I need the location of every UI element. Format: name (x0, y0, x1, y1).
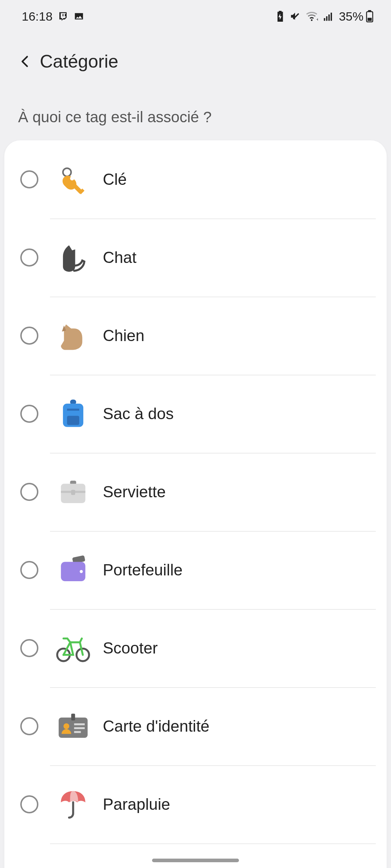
category-row-bicycle[interactable]: Scooter (4, 609, 387, 687)
briefcase-icon (51, 470, 95, 514)
radio-unselected[interactable] (20, 327, 38, 345)
svg-rect-32 (74, 731, 81, 733)
svg-rect-4 (328, 14, 330, 21)
chevron-left-icon (18, 54, 33, 69)
umbrella-icon (51, 783, 95, 826)
category-row-idcard[interactable]: Carte d'identité (4, 687, 387, 765)
svg-rect-3 (326, 16, 328, 21)
signal-icon (323, 11, 334, 22)
category-label: Chat (103, 248, 136, 267)
status-bar: 16:18 + 35% (0, 0, 391, 33)
svg-rect-28 (71, 714, 75, 720)
svg-point-0 (311, 19, 313, 21)
svg-point-11 (70, 176, 74, 180)
battery-saver-icon (276, 11, 285, 22)
category-label: Chien (103, 327, 144, 345)
category-row-backpack[interactable]: Sac à dos (4, 375, 387, 453)
status-time: 16:18 (22, 9, 52, 24)
status-right: + 35% (276, 9, 374, 24)
siren-icon (51, 861, 95, 868)
dog-icon (51, 314, 95, 357)
battery-indicator: 35% (339, 9, 374, 24)
page-title: Catégorie (40, 51, 118, 72)
id-card-icon (51, 705, 95, 748)
wallet-icon (51, 548, 95, 592)
radio-unselected[interactable] (20, 170, 38, 188)
category-row-wallet[interactable]: Portefeuille (4, 531, 387, 609)
twitch-icon (58, 11, 68, 22)
category-label: Serviette (103, 483, 166, 501)
svg-text:+: + (316, 17, 318, 22)
photo-icon (73, 11, 84, 22)
svg-rect-21 (71, 490, 75, 495)
category-label: Carte d'identité (103, 717, 210, 735)
category-label: Sac à dos (103, 405, 174, 423)
radio-unselected[interactable] (20, 561, 38, 579)
category-label: Parapluie (103, 795, 170, 813)
radio-unselected[interactable] (20, 483, 38, 501)
svg-rect-31 (74, 727, 85, 729)
category-row-emergency[interactable]: Article d'urgence (4, 843, 387, 868)
category-row-key[interactable]: Clé (4, 140, 387, 218)
wifi-icon: + (306, 11, 318, 22)
category-question: À quoi ce tag est-il associé ? (0, 83, 391, 140)
home-indicator[interactable] (152, 859, 239, 862)
category-card: Clé Chat Chien Sac à dos Serviette (4, 140, 387, 868)
category-label: Scooter (103, 639, 158, 657)
svg-point-29 (63, 723, 69, 729)
svg-point-24 (80, 570, 83, 573)
key-icon (51, 158, 95, 201)
category-label: Clé (103, 170, 127, 188)
backpack-icon (51, 392, 95, 435)
back-button[interactable] (14, 51, 36, 72)
category-label: Portefeuille (103, 561, 182, 579)
svg-rect-17 (67, 409, 79, 411)
bicycle-icon (51, 626, 95, 670)
category-row-dog[interactable]: Chien (4, 297, 387, 375)
svg-rect-8 (367, 18, 371, 21)
app-header: Catégorie (0, 33, 391, 83)
radio-unselected[interactable] (20, 717, 38, 735)
radio-unselected[interactable] (20, 405, 38, 423)
radio-unselected[interactable] (20, 639, 38, 657)
radio-unselected[interactable] (20, 248, 38, 267)
status-left: 16:18 (22, 9, 84, 24)
category-row-briefcase[interactable]: Serviette (4, 453, 387, 531)
mute-icon (290, 11, 300, 22)
svg-point-9 (63, 168, 71, 176)
svg-rect-30 (74, 723, 85, 725)
svg-rect-2 (324, 18, 325, 21)
svg-rect-5 (331, 13, 332, 21)
cat-icon (51, 236, 95, 279)
category-row-cat[interactable]: Chat (4, 218, 387, 297)
category-row-umbrella[interactable]: Parapluie (4, 765, 387, 843)
battery-percent: 35% (339, 9, 363, 24)
svg-rect-16 (67, 416, 79, 425)
radio-unselected[interactable] (20, 795, 38, 813)
